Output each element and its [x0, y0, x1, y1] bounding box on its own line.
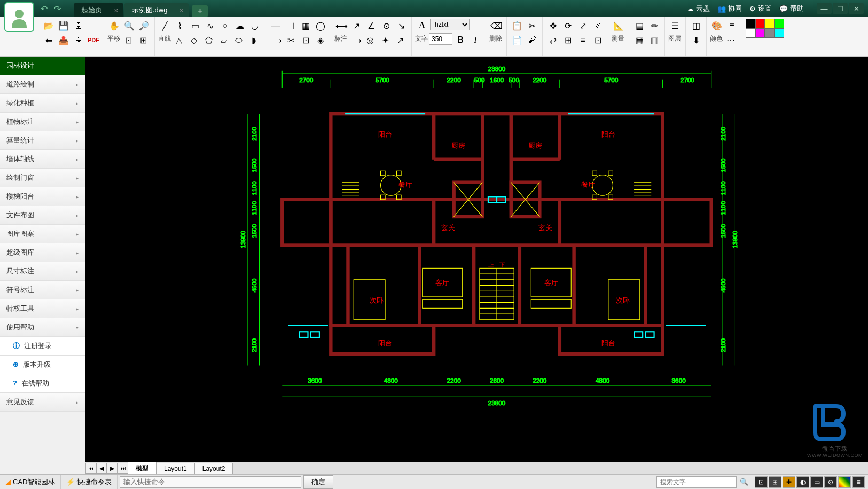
close-icon[interactable]: ×: [114, 6, 118, 14]
circle-icon[interactable]: ○: [218, 19, 232, 33]
triangle-icon[interactable]: △: [172, 33, 186, 47]
swatch-green[interactable]: [775, 19, 784, 28]
line-icon[interactable]: ╱: [158, 19, 172, 33]
layout-first-icon[interactable]: ⏮: [85, 463, 96, 474]
dim-baseline-icon[interactable]: ◎: [363, 33, 377, 47]
sidebar-item-greening[interactable]: 绿化种植▸: [0, 94, 85, 113]
swatch-black[interactable]: [746, 19, 755, 28]
swatch-red[interactable]: [755, 19, 765, 28]
grid-icon[interactable]: ⊡: [591, 33, 605, 47]
confirm-button[interactable]: 确定: [303, 475, 333, 489]
dim-arrow-icon[interactable]: ↗: [393, 33, 407, 47]
extend-icon[interactable]: ⟶: [269, 33, 283, 47]
snap-toggle[interactable]: ⊡: [755, 476, 768, 488]
linetype-icon[interactable]: ⋯: [724, 33, 738, 47]
rotate-icon[interactable]: ⟳: [561, 19, 575, 33]
insert-icon[interactable]: ⬇: [689, 33, 703, 47]
copy-icon[interactable]: 📋: [510, 19, 524, 33]
offset-icon[interactable]: ⫽: [591, 19, 605, 33]
minimize-button[interactable]: —: [817, 3, 832, 14]
search-input[interactable]: [656, 476, 737, 488]
sidebar-item-garden-design[interactable]: 园林设计: [0, 57, 85, 75]
swatch-white[interactable]: [746, 28, 755, 38]
sidebar-item-library[interactable]: 图库图案▸: [0, 225, 85, 243]
rect-icon[interactable]: ▭: [188, 19, 202, 33]
zoom-window-icon[interactable]: ⊡: [121, 33, 135, 47]
layout-next-icon[interactable]: ▶: [107, 463, 118, 474]
sidebar-sub-online-help[interactable]: ?在线帮助: [0, 374, 85, 393]
close-button[interactable]: ✕: [849, 3, 864, 14]
color-wheel-icon[interactable]: 🎨: [710, 19, 724, 33]
dim-continue-icon[interactable]: ⟶: [348, 33, 362, 47]
layout-tab-layout1[interactable]: Layout1: [156, 463, 195, 474]
arc-icon[interactable]: ◡: [248, 19, 262, 33]
nav-back-icon[interactable]: ↶: [38, 3, 50, 15]
color-toggle[interactable]: [838, 476, 851, 488]
layout-last-icon[interactable]: ⏭: [118, 463, 128, 474]
swatch-cyan[interactable]: [775, 28, 784, 38]
pattern-icon[interactable]: ⊡: [299, 33, 312, 47]
pdf-icon[interactable]: PDF: [87, 33, 100, 47]
hatch-icon[interactable]: ▦: [299, 19, 312, 33]
vline-icon[interactable]: ⊣: [284, 19, 298, 33]
dim-linear-icon[interactable]: ⟷: [334, 19, 348, 33]
hline-icon[interactable]: —: [269, 19, 283, 33]
dim-leader-icon[interactable]: ↘: [394, 19, 408, 33]
lineweight-toggle[interactable]: ≡: [852, 476, 865, 488]
measure-icon[interactable]: 📐: [612, 19, 625, 33]
search-icon[interactable]: 🔍: [737, 478, 752, 486]
italic-icon[interactable]: I: [468, 33, 482, 47]
grid-toggle[interactable]: ⊞: [769, 476, 781, 488]
polyline-icon[interactable]: ⌇: [173, 19, 187, 33]
zoom-extents-icon[interactable]: ⊞: [136, 33, 150, 47]
pan-icon[interactable]: ✋: [107, 19, 121, 33]
polar-toggle[interactable]: ◐: [796, 476, 809, 488]
sidebar-sub-register[interactable]: ⓘ注册登录: [0, 337, 85, 356]
layout-prev-icon[interactable]: ◀: [96, 463, 107, 474]
sidebar-item-symbol[interactable]: 符号标注▸: [0, 281, 85, 299]
block-icon[interactable]: ◫: [689, 19, 703, 33]
pentagon-icon[interactable]: ⬠: [202, 33, 216, 47]
cloud-icon[interactable]: ☁: [233, 19, 247, 33]
nav-forward-icon[interactable]: ↷: [52, 3, 63, 15]
layer-edit-icon[interactable]: ✏: [647, 19, 661, 33]
tab-start-page[interactable]: 起始页×: [74, 3, 123, 17]
layer-prop-icon[interactable]: ▦: [632, 33, 646, 47]
ellipse-arc-icon[interactable]: ◗: [247, 33, 261, 47]
extract-icon[interactable]: 📤: [57, 33, 71, 47]
cloud-button[interactable]: ☁ 云盘: [687, 4, 710, 13]
saveas-icon[interactable]: 🗄: [72, 19, 85, 33]
sidebar-item-wall-axis[interactable]: 墙体轴线▸: [0, 150, 85, 169]
point-icon[interactable]: ◈: [314, 33, 327, 47]
sidebar-item-privilege[interactable]: 特权工具▸: [0, 299, 85, 318]
paste-icon[interactable]: 📄: [510, 33, 524, 47]
brush-icon[interactable]: 🖌: [525, 33, 539, 47]
open-icon[interactable]: 📂: [42, 19, 56, 33]
trim-icon[interactable]: ✂: [284, 33, 298, 47]
swatch-gray[interactable]: [765, 28, 775, 38]
layer-tool-icon[interactable]: ▤: [632, 19, 646, 33]
osnap-toggle[interactable]: ▭: [810, 476, 823, 488]
layout-tab-model[interactable]: 模型: [128, 462, 157, 474]
zoom-in-icon[interactable]: 🔍: [122, 19, 136, 33]
drawing-canvas[interactable]: 23800 2700 5700 2200 500 1600 500 2200 5…: [85, 57, 868, 474]
sidebar-item-super-library[interactable]: 超级图库▸: [0, 243, 85, 262]
spline-icon[interactable]: ∿: [203, 19, 217, 33]
otrack-toggle[interactable]: ⊙: [824, 476, 837, 488]
maximize-button[interactable]: ☐: [833, 3, 848, 14]
sidebar-item-road[interactable]: 道路绘制▸: [0, 75, 85, 94]
save-icon[interactable]: 💾: [57, 19, 71, 33]
boundary-icon[interactable]: ◯: [314, 19, 327, 33]
dim-angular-icon[interactable]: ∠: [364, 19, 378, 33]
dim-center-icon[interactable]: ✦: [378, 33, 392, 47]
sidebar-item-quantity[interactable]: 算量统计▸: [0, 131, 85, 150]
sidebar-item-dimension[interactable]: 尺寸标注▸: [0, 262, 85, 281]
cut-icon[interactable]: ✂: [525, 19, 539, 33]
parallelogram-icon[interactable]: ▱: [217, 33, 231, 47]
new-tab-button[interactable]: +: [192, 5, 208, 17]
dim-radius-icon[interactable]: ⊙: [379, 19, 393, 33]
align-icon[interactable]: ≡: [576, 33, 590, 47]
sidebar-item-plant-label[interactable]: 植物标注▸: [0, 113, 85, 131]
font-size-input[interactable]: [429, 33, 452, 45]
sidebar-item-stair-balcony[interactable]: 楼梯阳台▸: [0, 187, 85, 206]
